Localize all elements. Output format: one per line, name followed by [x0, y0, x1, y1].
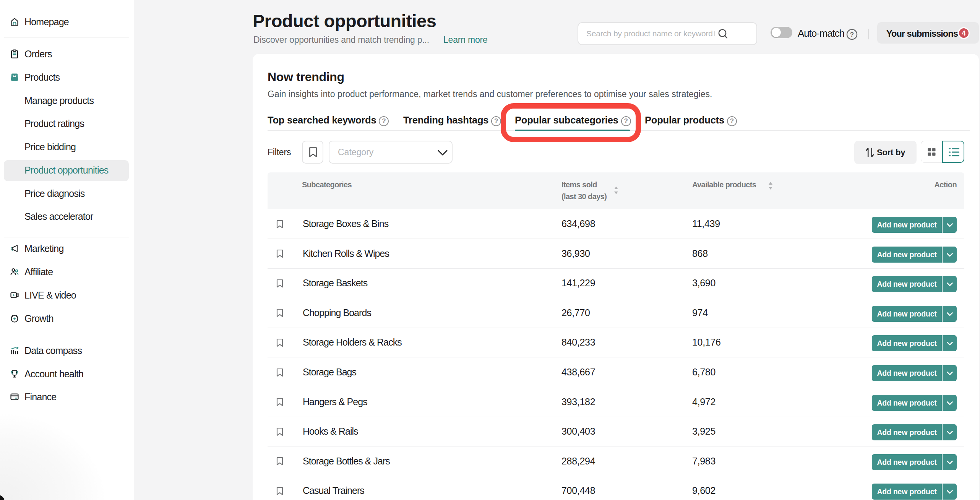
svg-text:?: ? [850, 31, 854, 38]
